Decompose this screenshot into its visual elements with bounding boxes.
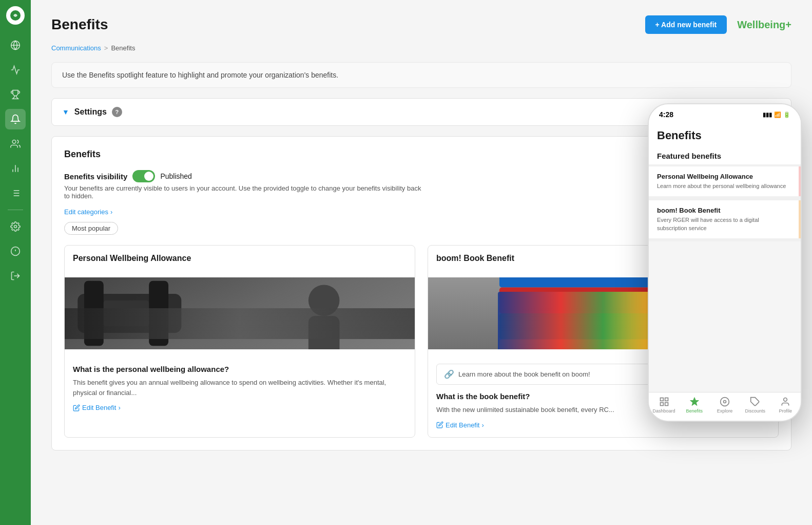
edit-benefit-2-link[interactable]: Edit Benefit › [436,421,770,429]
sidebar-item-settings[interactable] [5,216,26,237]
phone-nav-explore[interactable]: Explore [712,397,738,414]
phone-time: 4:28 [659,110,673,119]
breadcrumb-parent[interactable]: Communications [51,44,101,52]
svg-rect-23 [104,301,149,327]
breadcrumb: Communications > Benefits [51,44,791,52]
benefit-card-1-subtitle: What is the personal wellbeing allowance… [73,365,407,373]
breadcrumb-separator: > [104,44,108,52]
edit-benefit-1-link[interactable]: Edit Benefit › [73,404,407,411]
published-badge: Published [160,172,192,180]
link-icon: 🔗 [444,369,454,379]
phone-nav-benefits[interactable]: Benefits [682,397,707,414]
benefit-card-1-body: Personal Wellbeing Allowance [65,246,415,277]
phone-frame: 4:28 ▮▮▮ 📶 🔋 Benefits Featured benefits … [648,103,802,422]
svg-rect-21 [84,281,104,346]
sidebar-item-chart[interactable] [5,158,26,179]
visibility-toggle[interactable] [132,170,155,182]
breadcrumb-current: Benefits [111,44,135,52]
sidebar [0,0,31,525]
sidebar-item-logout[interactable] [5,266,26,286]
phone-card-1[interactable]: Personal Wellbeing Allowance Learn more … [649,166,801,196]
sidebar-logo [6,6,25,25]
benefit-card-1: Personal Wellbeing Allowance [64,245,415,438]
svg-rect-25 [308,316,340,349]
visibility-label-group: Benefits visibility Published Your benef… [64,170,423,200]
phone-card-1-title: Personal Wellbeing Allowance [657,173,790,180]
visibility-title-row: Benefits visibility Published [64,170,423,182]
sidebar-item-globe[interactable] [5,35,26,55]
sidebar-item-circle[interactable] [5,241,26,261]
brand-logo: Wellbeing+ [737,19,791,31]
phone-page-title: Benefits [649,122,801,147]
phone-nav-dashboard[interactable]: Dashboard [651,397,677,414]
page-header: Benefits + Add new benefit Wellbeing+ [51,15,791,34]
benefit-card-1-title: Personal Wellbeing Allowance [73,254,407,263]
sidebar-item-notifications[interactable] [5,109,26,129]
phone-status-icons: ▮▮▮ 📶 🔋 [763,111,790,118]
sidebar-item-people[interactable] [5,134,26,154]
phone-nav-discounts[interactable]: Discounts [742,397,768,414]
svg-rect-33 [660,398,663,401]
sidebar-item-trophy[interactable] [5,84,26,105]
svg-point-3 [12,140,16,144]
settings-chevron-icon[interactable]: ▼ [62,108,69,116]
phone-featured-title: Featured benefits [649,147,801,164]
category-tag[interactable]: Most popular [64,222,118,235]
phone-content: Benefits Featured benefits Personal Well… [649,122,801,392]
phone-card-2[interactable]: boom! Book Benefit Every RGER will have … [649,200,801,238]
phone-card-2-title: boom! Book Benefit [657,207,790,214]
benefit-card-1-image [65,277,415,349]
benefit-card-1-desc: This benefit gives you an annual wellbei… [73,378,407,398]
phone-card-2-desc: Every RGER will have access to a digital… [657,216,790,232]
phone-nav-profile[interactable]: Profile [772,397,798,414]
info-banner: Use the Benefits spotlight feature to hi… [51,62,791,88]
svg-point-39 [723,401,726,403]
phone-cards-container: Personal Wellbeing Allowance Learn more … [649,164,801,241]
svg-point-13 [14,226,17,228]
svg-rect-36 [660,403,663,406]
sidebar-item-list[interactable] [5,183,26,203]
svg-rect-19 [65,277,415,349]
header-right: + Add new benefit Wellbeing+ [645,15,791,34]
svg-rect-35 [665,403,668,406]
add-benefit-button[interactable]: + Add new benefit [645,15,727,34]
sidebar-item-activity[interactable] [5,60,26,80]
page-title: Benefits [51,16,108,33]
benefit-card-1-details: What is the personal wellbeing allowance… [65,349,415,420]
phone-card-1-desc: Learn more about the personal wellbeing … [657,182,790,190]
sidebar-divider [8,210,23,210]
svg-rect-22 [149,281,168,346]
visibility-label: Benefits visibility [64,172,127,181]
svg-marker-37 [690,398,699,406]
phone-status-bar: 4:28 ▮▮▮ 📶 🔋 [649,104,801,122]
visibility-description: Your benefits are currently visible to u… [64,184,423,200]
svg-point-41 [784,398,787,402]
svg-point-24 [308,285,340,316]
help-icon[interactable]: ? [112,107,122,117]
phone-bottom-nav: Dashboard Benefits Explore Discounts Pro… [649,392,801,421]
settings-label: Settings [74,107,107,117]
svg-rect-34 [665,398,668,401]
